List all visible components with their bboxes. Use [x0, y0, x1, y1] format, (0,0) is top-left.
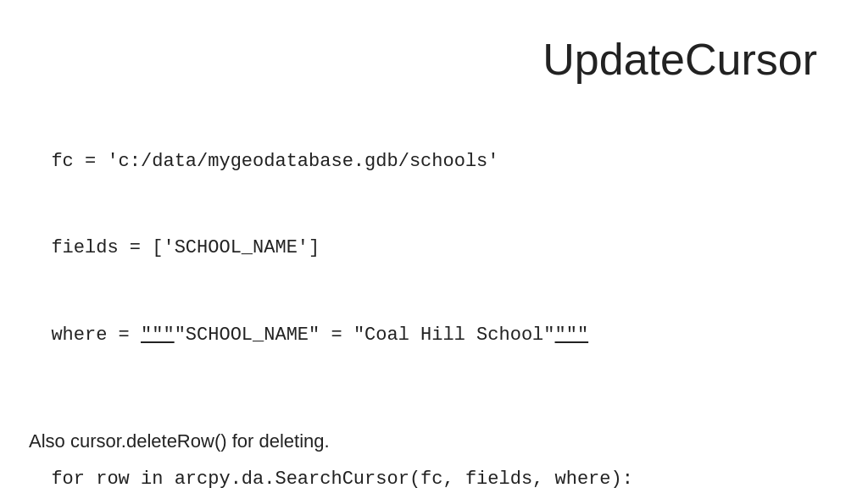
code-line-3: where = """"SCHOOL_NAME" = "Coal Hill Sc… [51, 324, 588, 346]
code-line-5: for row in arcpy.da.SearchCursor(fc, fie… [51, 469, 633, 488]
page-title: UpdateCursor [542, 34, 817, 85]
note-text: Also cursor.deleteRow() for deleting. [29, 430, 330, 452]
code-line-2: fields = ['SCHOOL_NAME'] [51, 237, 320, 258]
code-line-1: fc = 'c:/data/mygeodatabase.gdb/schools' [51, 151, 498, 172]
